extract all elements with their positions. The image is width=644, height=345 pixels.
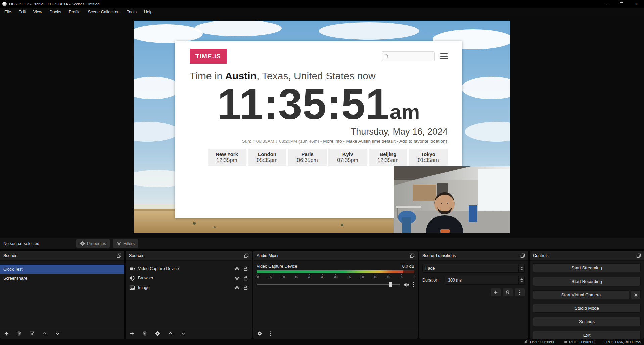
- gear-icon: [634, 293, 638, 297]
- city-card[interactable]: Tokyo01:35am: [409, 149, 448, 166]
- city-card[interactable]: Paris06:35pm: [288, 149, 327, 166]
- chevron-down-icon: [181, 331, 186, 336]
- lock-icon[interactable]: [244, 266, 248, 271]
- menu-profile[interactable]: Profile: [65, 8, 84, 16]
- minimize-button[interactable]: [599, 0, 614, 8]
- move-scene-up-button[interactable]: [42, 331, 47, 336]
- spinner-arrows-icon[interactable]: [518, 276, 524, 284]
- add-favorite-link[interactable]: Add to favorite locations: [399, 139, 448, 144]
- duration-input[interactable]: 300 ms: [445, 276, 525, 285]
- program-canvas[interactable]: TIME.IS Time in Austin, Texas, Unite: [134, 21, 510, 233]
- menu-tools[interactable]: Tools: [123, 8, 140, 16]
- filters-button[interactable]: Filters: [113, 239, 138, 248]
- menu-view[interactable]: View: [30, 8, 46, 16]
- city-card[interactable]: London05:35pm: [248, 149, 286, 166]
- menu-help[interactable]: Help: [140, 8, 156, 16]
- menu-edit[interactable]: Edit: [15, 8, 30, 16]
- minimize-icon: [605, 4, 608, 4]
- make-default-link[interactable]: Make Austin time default: [346, 139, 396, 144]
- source-item-image[interactable]: Image: [126, 283, 252, 292]
- scenes-header[interactable]: Scenes: [0, 251, 124, 261]
- source-item-browser[interactable]: Browser: [126, 273, 252, 283]
- popout-icon[interactable]: [410, 253, 415, 258]
- stream-signal-icon: [523, 340, 528, 344]
- meter-ticks: [257, 274, 414, 275]
- transition-select[interactable]: Fade: [422, 264, 525, 273]
- lock-icon[interactable]: [244, 285, 248, 290]
- transition-menu-button[interactable]: [515, 288, 525, 296]
- channel-level-db: 0.0 dB: [402, 264, 414, 269]
- source-properties-button[interactable]: [155, 331, 160, 336]
- scene-transitions-header[interactable]: Scene Transitions: [419, 251, 528, 261]
- audio-mixer-header[interactable]: Audio Mixer: [253, 251, 418, 261]
- menu-scene-collection[interactable]: Scene Collection: [84, 8, 123, 16]
- virtual-camera-settings-button[interactable]: [631, 290, 641, 299]
- meter-scale: -60 -55 -50 -45 -40 -35 -30 -25 -20 -15 …: [257, 275, 414, 279]
- popout-icon[interactable]: [636, 253, 641, 258]
- add-scene-button[interactable]: [4, 331, 9, 336]
- move-source-up-button[interactable]: [168, 331, 173, 336]
- popout-icon[interactable]: [117, 253, 121, 258]
- remove-source-button[interactable]: [142, 331, 147, 336]
- scene-transitions-dock: Scene Transitions Fade Duration 300 ms: [419, 251, 528, 339]
- world-clock-row: New York12:35pm London05:35pm Paris06:35…: [190, 149, 448, 166]
- mixer-menu-button[interactable]: [270, 331, 272, 336]
- gear-icon: [257, 331, 262, 336]
- add-transition-button[interactable]: [491, 288, 501, 296]
- kebab-menu-icon[interactable]: [413, 282, 414, 287]
- more-info-link[interactable]: More info: [323, 139, 342, 144]
- close-button[interactable]: ×: [629, 0, 644, 8]
- combo-arrows-icon[interactable]: [518, 264, 524, 272]
- start-virtual-camera-button[interactable]: Start Virtual Camera: [533, 290, 629, 299]
- add-source-button[interactable]: [130, 331, 135, 336]
- image-icon: [130, 285, 135, 290]
- source-toolbar: No source selected Properties Filters: [0, 238, 644, 249]
- trash-icon: [505, 290, 510, 295]
- visibility-eye-icon[interactable]: [234, 286, 240, 290]
- settings-button[interactable]: Settings: [533, 317, 641, 326]
- visibility-eye-icon[interactable]: [234, 267, 240, 271]
- menu-file[interactable]: File: [1, 8, 15, 16]
- city-card[interactable]: Beijing12:35am: [369, 149, 407, 166]
- start-streaming-button[interactable]: Start Streaming: [533, 263, 641, 272]
- advanced-audio-button[interactable]: [257, 331, 262, 336]
- move-scene-down-button[interactable]: [55, 331, 60, 336]
- current-time: 11:35:51am: [190, 82, 448, 126]
- hamburger-menu-icon[interactable]: [440, 53, 448, 59]
- audio-level-meter: [257, 270, 414, 273]
- popout-icon[interactable]: [244, 253, 249, 258]
- controls-header[interactable]: Controls: [530, 251, 644, 261]
- remove-transition-button[interactable]: [503, 288, 513, 296]
- maximize-button[interactable]: [614, 0, 629, 8]
- lock-icon[interactable]: [244, 276, 248, 281]
- search-input[interactable]: [382, 51, 435, 61]
- menu-docks[interactable]: Docks: [46, 8, 65, 16]
- studio-mode-button[interactable]: Studio Mode: [533, 304, 641, 313]
- selected-source-status: No source selected: [3, 241, 73, 246]
- volume-slider-handle[interactable]: [389, 282, 392, 287]
- source-item-video-capture[interactable]: Video Capture Device: [126, 264, 252, 273]
- recording-status: REC: 00:00:00: [564, 340, 594, 344]
- popout-icon[interactable]: [520, 253, 525, 258]
- sources-header[interactable]: Sources: [126, 251, 252, 261]
- exit-button[interactable]: Exit: [533, 331, 641, 339]
- gear-icon: [80, 241, 85, 246]
- remove-scene-button[interactable]: [17, 331, 22, 336]
- city-card[interactable]: Kyiv07:35pm: [328, 149, 367, 166]
- scene-item-clock-test[interactable]: Clock Test: [0, 265, 124, 274]
- obs-window: OBS 29.1.2 - Profile: LLHLS BETA - Scene…: [0, 0, 644, 345]
- city-card[interactable]: New York12:35pm: [208, 149, 246, 166]
- source-list: Video Capture Device Browser: [126, 261, 252, 292]
- timeis-logo[interactable]: TIME.IS: [190, 49, 227, 64]
- scene-filters-button[interactable]: [30, 331, 35, 336]
- volume-slider[interactable]: [257, 284, 400, 285]
- speaker-icon[interactable]: [404, 282, 409, 287]
- scene-item-screenshare[interactable]: Screenshare: [0, 274, 124, 283]
- visibility-eye-icon[interactable]: [234, 276, 240, 281]
- move-source-down-button[interactable]: [181, 331, 186, 336]
- properties-button[interactable]: Properties: [76, 239, 110, 248]
- dock-row: Scenes Clock Test Screenshare: [0, 249, 644, 339]
- globe-icon: [130, 275, 135, 281]
- start-recording-button[interactable]: Start Recording: [533, 277, 641, 286]
- gear-icon: [155, 331, 160, 336]
